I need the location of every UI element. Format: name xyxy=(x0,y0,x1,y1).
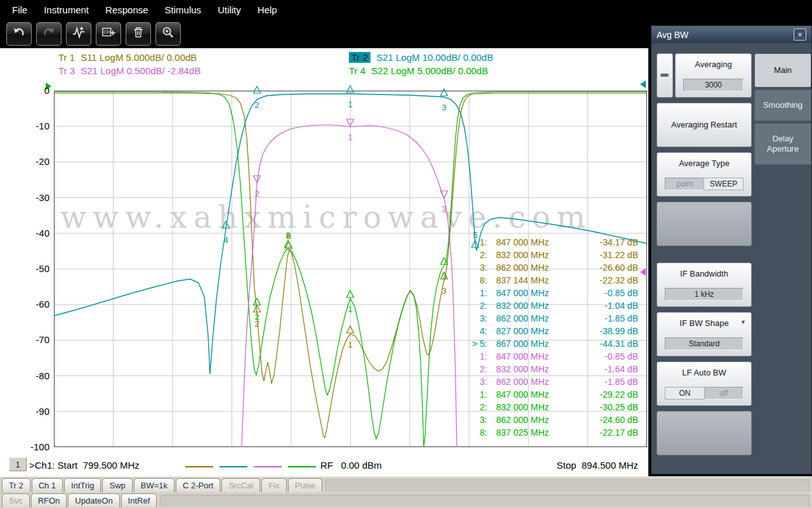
undo-button[interactable] xyxy=(6,22,32,46)
start-frequency[interactable]: >Ch1: Start 799.500 MHz xyxy=(29,460,140,471)
menu-item-response[interactable]: Response xyxy=(97,4,157,15)
status-updateon[interactable]: UpdateOn xyxy=(68,493,119,507)
marker-label: 1 xyxy=(348,100,352,109)
menu-item-stimulus[interactable]: Stimulus xyxy=(157,4,210,15)
stop-frequency[interactable]: Stop 894.500 MHz xyxy=(557,460,638,471)
marker-label: 3 xyxy=(442,271,446,281)
status-filler xyxy=(160,495,809,507)
marker-row: 3:862 000 MHz-1.85 dB xyxy=(462,375,638,388)
legend-tr2[interactable]: Tr 2S21 LogM 10.00dB/ 0.00dB xyxy=(291,52,648,63)
panel-button-averaging[interactable]: Averaging3000 xyxy=(675,53,752,98)
y-axis-label: -80 xyxy=(0,370,49,381)
status-srccal: SrcCal xyxy=(221,478,260,492)
menu-item-utility[interactable]: Utility xyxy=(209,4,249,15)
y-axis-label: -60 xyxy=(0,299,49,309)
status-inttrig[interactable]: IntTrig xyxy=(64,478,101,492)
marker-triangle-3[interactable] xyxy=(441,89,448,96)
panel-button-averaging-restart[interactable]: Averaging Restart xyxy=(657,103,752,147)
marker-row: 1:847 000 MHz-29.22 dB xyxy=(462,388,638,401)
marker-triangle-2[interactable] xyxy=(254,298,261,305)
add-channel-button[interactable]: CH xyxy=(96,22,121,46)
legend-tr4[interactable]: Tr 4S22 LogM 5.000dB/ 0.00dB xyxy=(291,65,648,76)
marker-row: 1:847 000 MHz-0.85 dB xyxy=(462,350,638,363)
rf-power[interactable]: RF 0.00 dBm xyxy=(320,460,382,471)
status-ch-1[interactable]: Ch 1 xyxy=(32,478,63,492)
panel-button-if-bandwidth[interactable]: IF Bandwidth1 kHz xyxy=(657,263,752,307)
averaging-row: Averaging3000 xyxy=(657,53,752,98)
marker-label: 2 xyxy=(254,312,259,322)
marker-triangle-2[interactable] xyxy=(254,86,261,93)
y-axis-label: -100 xyxy=(0,441,49,452)
close-icon[interactable]: × xyxy=(794,29,806,41)
redo-button[interactable] xyxy=(36,22,62,46)
legend-tr1[interactable]: Tr 1S11 LogM 5.000dB/ 0.00dB xyxy=(0,52,291,63)
undo-icon xyxy=(12,25,26,42)
trace-dash xyxy=(288,466,316,467)
status-bw-1k[interactable]: BW=1k xyxy=(134,478,174,492)
segment-point[interactable]: point xyxy=(665,178,704,190)
status-pulse: Pulse xyxy=(288,478,323,492)
menu-item-file[interactable]: File xyxy=(4,4,36,15)
panel-button-empty xyxy=(657,411,752,455)
trace-dash xyxy=(219,466,247,467)
segment-off[interactable]: off xyxy=(704,388,743,399)
panel-buttons: Averaging3000Averaging RestartAverage Ty… xyxy=(657,53,752,460)
y-axis-label: -30 xyxy=(0,192,49,203)
svg-text:CH: CH xyxy=(103,29,110,35)
redo-icon xyxy=(42,25,56,42)
status-fix: Fix xyxy=(261,478,286,492)
avg-bw-panel: Avg BW × Averaging3000Averaging RestartA… xyxy=(651,25,812,474)
marker-label: 1 xyxy=(348,133,352,142)
marker-label: 4 xyxy=(223,235,228,245)
stimulus-row: >Ch1: Start 799.500 MHz RF 0.00 dBm Stop… xyxy=(0,459,648,474)
marker-label: 1 xyxy=(348,304,352,314)
y-axis-label: -20 xyxy=(0,156,49,167)
status-row-1: Tr 2Ch 1IntTrigSwpBW=1kC 2-PortSrcCalFix… xyxy=(0,476,812,493)
marker-label: 3 xyxy=(442,286,446,296)
averaging-toggle[interactable] xyxy=(657,53,673,98)
status-c-2-port[interactable]: C 2-Port xyxy=(176,478,220,492)
status-rfon[interactable]: RFOn xyxy=(31,493,67,507)
menu-item-instrument[interactable]: Instrument xyxy=(36,4,97,15)
marker-row: 3:862 000 MHz-26.60 dB xyxy=(462,261,638,274)
tab-smoothing[interactable]: Smoothing xyxy=(754,89,811,121)
value-display: 3000 xyxy=(683,79,743,91)
trace-legend: Tr 1S11 LogM 5.000dB/ 0.00dBTr 2S21 LogM… xyxy=(0,52,648,76)
marker-row: > 5:867 000 MHz-44.31 dB xyxy=(462,337,638,350)
marker-row: 2:832 000 MHz-1.64 dB xyxy=(462,363,638,375)
status-swp[interactable]: Swp xyxy=(102,478,132,492)
trace-dash xyxy=(185,466,213,467)
trace-tr3-s21 xyxy=(242,125,457,447)
tab-main[interactable]: Main xyxy=(754,53,811,88)
trace-dash xyxy=(254,466,282,467)
y-axis-label: -40 xyxy=(0,228,49,238)
menu-item-help[interactable]: Help xyxy=(249,4,285,15)
panel-title: Avg BW xyxy=(657,30,794,40)
y-axis-label: -10 xyxy=(0,120,49,131)
marker-label: 2 xyxy=(254,189,259,199)
status-intref[interactable]: IntRef xyxy=(121,493,157,507)
panel-title-bar: Avg BW × xyxy=(652,26,811,43)
panel-button-if-bw-shape[interactable]: IF BW Shape▼Standard xyxy=(657,312,752,356)
marker-row: 8:837 025 MHz-22.17 dB xyxy=(462,426,638,439)
dropdown-arrow-icon[interactable]: ▼ xyxy=(740,319,746,325)
plot-area: Tr 1S11 LogM 5.000dB/ 0.00dBTr 2S21 LogM… xyxy=(0,48,648,476)
legend-tr3[interactable]: Tr 3S21 LogM 0.500dB/ -2.84dB xyxy=(0,65,291,76)
add-trace-button[interactable] xyxy=(66,22,91,46)
zoom-in-button[interactable] xyxy=(155,22,181,46)
panel-body: Averaging3000Averaging RestartAverage Ty… xyxy=(652,43,811,460)
marker-triangle-8[interactable] xyxy=(285,240,292,247)
panel-button-average-type[interactable]: Average TypepointSWEEP xyxy=(657,152,752,197)
panel-button-lf-auto-bw[interactable]: LF Auto BWONoff xyxy=(657,361,752,406)
ref-pointer-tr3-icon xyxy=(640,268,646,276)
tab-delay-aperture[interactable]: Delay Aperture xyxy=(754,123,811,165)
status-tr-2[interactable]: Tr 2 xyxy=(2,478,30,492)
marker-row: 4:827 000 MHz-38.99 dB xyxy=(462,325,638,337)
marker-readout: 1:847 000 MHz-34.17 dB2:832 000 MHz-31.2… xyxy=(462,236,638,439)
menubar: FileInstrumentResponseStimulusUtilityHel… xyxy=(0,0,812,19)
segment-sweep[interactable]: SWEEP xyxy=(704,178,743,190)
segment-on[interactable]: ON xyxy=(665,388,704,399)
delete-button[interactable] xyxy=(126,22,151,46)
marker-label: 1 xyxy=(348,340,352,349)
status-svc: Svc xyxy=(2,493,30,507)
